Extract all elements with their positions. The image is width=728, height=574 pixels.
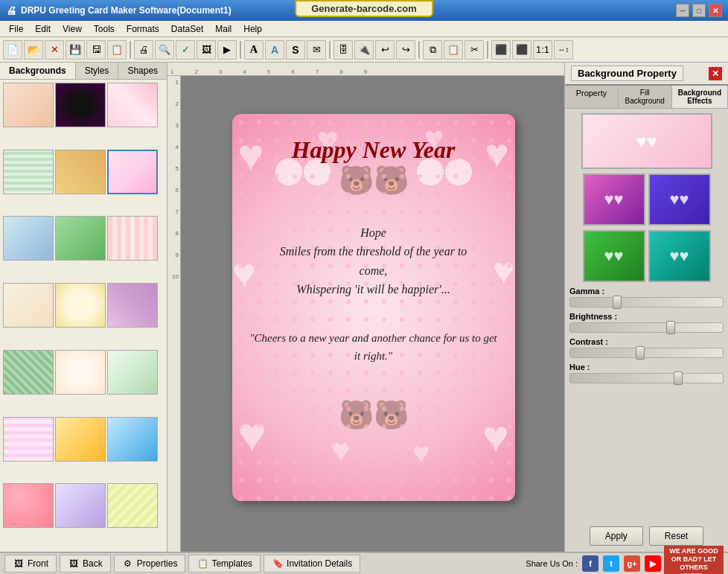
open-button[interactable]: 📂	[24, 40, 43, 60]
menu-formats[interactable]: Formats	[121, 22, 165, 36]
bg-thumb-21[interactable]	[107, 483, 158, 528]
facebook-button[interactable]: f	[582, 555, 598, 572]
bg-thumb-13[interactable]	[3, 350, 54, 395]
cut-button[interactable]: ✂	[464, 40, 484, 60]
invitation-button[interactable]: 🔖 Invitation Details	[264, 555, 360, 573]
preview-button[interactable]: 🔍	[155, 40, 174, 60]
tab-styles[interactable]: Styles	[76, 63, 119, 79]
maximize-button[interactable]: □	[692, 4, 706, 17]
close-doc-button[interactable]: ✕	[45, 40, 64, 60]
youtube-button[interactable]: ▶	[645, 555, 661, 572]
bg-thumb-17[interactable]	[55, 417, 106, 462]
hue-thumb[interactable]	[674, 371, 683, 385]
menu-view[interactable]: View	[57, 22, 88, 36]
bg-thumb-15[interactable]	[107, 350, 158, 395]
contrast-slider[interactable]	[569, 348, 724, 358]
effect-thumb-purple[interactable]: ♥♥	[583, 173, 645, 226]
tab-background-effects[interactable]: Background Effects	[672, 86, 728, 108]
menu-file[interactable]: File	[3, 22, 29, 36]
heart-deco-6: ♥	[493, 249, 515, 293]
fit-button[interactable]: ↔↕	[554, 40, 573, 60]
brightness-slider[interactable]	[569, 322, 724, 333]
bg-thumb-16[interactable]	[3, 417, 54, 462]
googleplus-button[interactable]: g+	[624, 555, 640, 572]
close-button[interactable]: ✕	[709, 4, 722, 17]
gamma-slider[interactable]	[569, 297, 724, 307]
properties-button[interactable]: ⚙ Properties	[114, 555, 186, 573]
copy-button[interactable]: ⧉	[423, 40, 442, 60]
bp-header: Background Property ✕	[565, 63, 728, 86]
save-button[interactable]: 💾	[66, 40, 85, 60]
tab-fill-background[interactable]: Fill Background	[619, 86, 672, 108]
greeting-card[interactable]: ♥ ♥ ♥ ♥ ♥ ♥ ♥ ♥ ♥ ♥ 🐻🐻 🐻🐻 Happy New Year…	[232, 114, 515, 501]
bg-thumb-7[interactable]	[3, 216, 54, 261]
menu-edit[interactable]: Edit	[29, 22, 57, 36]
templates-button[interactable]: 📋 Templates	[188, 555, 261, 573]
effect-thumb-blue-purple[interactable]: ♥♥	[648, 173, 711, 226]
new-button[interactable]: 📄	[3, 40, 22, 60]
apply-button[interactable]: Apply	[590, 526, 643, 546]
back-button[interactable]: 🖼 Back	[60, 555, 111, 573]
contrast-section: Contrast :	[569, 337, 724, 358]
align-center-button[interactable]: ⬛	[512, 40, 531, 60]
db-button[interactable]: 🗄	[333, 40, 353, 60]
bg-thumb-12[interactable]	[107, 283, 158, 328]
tab-property[interactable]: Property	[565, 86, 619, 108]
ruler-tick: 5	[267, 68, 270, 75]
separator5	[487, 41, 488, 59]
bg-thumb-18[interactable]	[107, 417, 158, 462]
bg-thumb-6[interactable]	[107, 150, 158, 194]
wordart-button[interactable]: A	[265, 40, 284, 60]
align-left-button[interactable]: ⬛	[491, 40, 511, 60]
tool14-button[interactable]: S	[286, 40, 305, 60]
menu-help[interactable]: Help	[237, 22, 268, 36]
text-button[interactable]: A	[244, 40, 264, 60]
bg-thumb-1[interactable]	[3, 83, 54, 127]
email-button[interactable]: ✉	[307, 40, 326, 60]
tab-backgrounds[interactable]: Backgrounds	[0, 63, 76, 79]
bp-tabs: Property Fill Background Background Effe…	[565, 86, 728, 109]
tool19-button[interactable]: ↩	[375, 40, 395, 60]
bp-close-button[interactable]: ✕	[709, 67, 722, 80]
bg-thumb-19[interactable]	[3, 483, 54, 528]
hue-slider[interactable]	[569, 373, 724, 383]
tab-shapes[interactable]: Shapes	[118, 63, 167, 79]
tool10-button[interactable]: 🖼	[197, 40, 216, 60]
effect-thumb-green[interactable]: ♥♥	[583, 230, 645, 282]
menu-tools[interactable]: Tools	[88, 22, 121, 36]
bg-thumb-14[interactable]	[55, 350, 106, 395]
print-button[interactable]: 🖨	[134, 40, 153, 60]
bg-thumb-11[interactable]	[55, 283, 106, 328]
front-button[interactable]: 🖼 Front	[4, 555, 57, 573]
effect-thumb-original[interactable]: ♥♥	[581, 113, 712, 169]
contrast-thumb[interactable]	[636, 346, 645, 360]
bg-thumb-2[interactable]	[55, 83, 106, 127]
menu-mail[interactable]: Mail	[209, 22, 237, 36]
twitter-button[interactable]: t	[603, 555, 619, 572]
effect-thumb-teal[interactable]: ♥♥	[648, 230, 711, 282]
save-all-button[interactable]: 🖫	[86, 40, 106, 60]
gamma-thumb[interactable]	[613, 296, 622, 309]
bg-thumb-3[interactable]	[107, 83, 158, 127]
back-icon: 🖼	[68, 558, 80, 570]
bg-thumb-10[interactable]	[3, 283, 54, 328]
bg-thumb-20[interactable]	[55, 483, 106, 528]
bg-thumb-8[interactable]	[55, 216, 106, 261]
bg-thumb-5[interactable]	[55, 150, 106, 194]
minimize-button[interactable]: ─	[676, 4, 689, 17]
ruler-num: 5	[176, 165, 179, 172]
tool9-button[interactable]: ✓	[176, 40, 195, 60]
paste-button[interactable]: 📋	[444, 40, 463, 60]
card-verse: Hope Smiles from the threshold of the ye…	[255, 223, 493, 299]
reset-button[interactable]: Reset	[649, 526, 703, 546]
menu-dataset[interactable]: DataSet	[165, 22, 209, 36]
tool20-button[interactable]: ↪	[396, 40, 415, 60]
connect-button[interactable]: 🔌	[354, 40, 374, 60]
bg-thumb-9[interactable]	[107, 216, 158, 261]
zoom-button[interactable]: 1:1	[533, 40, 552, 60]
tool6-button[interactable]: 📋	[107, 40, 127, 60]
feedback-badge[interactable]: WE ARE GOOD OR BAD? LET OTHERS KNOW...	[664, 546, 724, 574]
brightness-thumb[interactable]	[666, 321, 675, 334]
tool11-button[interactable]: ▶	[217, 40, 237, 60]
bg-thumb-4[interactable]	[3, 150, 54, 194]
